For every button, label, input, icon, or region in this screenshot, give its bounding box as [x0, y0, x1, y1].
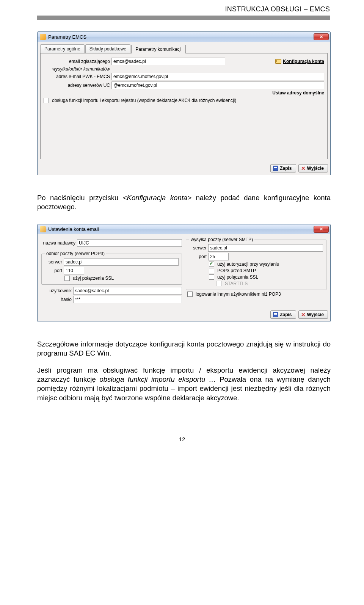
- label-uc: adresy serwerów UC: [44, 83, 110, 88]
- label-pop3-serwer: serwer: [45, 259, 62, 265]
- konfiguracja-konta-label: Konfiguracja konta: [283, 59, 324, 64]
- zapis-label-2: Zapis: [280, 312, 292, 317]
- close-button[interactable]: ✕: [314, 33, 329, 40]
- label-smtp-serwer: serwer: [189, 245, 207, 251]
- input-nazwa-nadawcy[interactable]: [77, 239, 182, 247]
- wyjscie-label: Wyjście: [307, 166, 324, 171]
- wyjscie-button-2[interactable]: ✕ Wyjście: [298, 310, 328, 319]
- page-number: 12: [0, 425, 364, 442]
- label-pop3-ssl: użyj połączenia SSL: [73, 276, 114, 281]
- checkbox-auth-send[interactable]: [209, 262, 214, 267]
- save-icon: [273, 312, 278, 317]
- page-header: INSTRUKCJA OBSŁUGI – EMCS: [0, 0, 364, 16]
- label-uzytkownik: użytkownik: [41, 288, 72, 293]
- tab-parametry-ogolne[interactable]: Parametry ogólne: [40, 44, 85, 53]
- group-smtp: wysyłka poczty (serwer SMTP): [189, 237, 254, 242]
- input-email[interactable]: [111, 58, 225, 65]
- label-pop3-port: port: [45, 268, 62, 273]
- label-other-login: logowanie innym użytkownikiem niż POP3: [196, 292, 281, 297]
- header-rule: [37, 16, 330, 20]
- checkbox-import-eksport-label: obsługa funkcji importu i eksportu rejes…: [52, 98, 236, 103]
- zapis-button-2[interactable]: Zapis: [270, 310, 296, 319]
- tab-panel: email zgłaszającego Konfiguracja konta w…: [40, 53, 328, 159]
- tab-sklady-podatkowe[interactable]: Składy podatkowe: [85, 44, 130, 53]
- checkbox-import-eksport[interactable]: [44, 98, 49, 103]
- paragraph-1: Po naciśnięciu przycisku <Konfiguracja k…: [37, 193, 331, 212]
- dialog-parametry-emcs: Parametry EMCS ✕ Parametry ogólne Składy…: [37, 31, 331, 175]
- mail-config-icon: [275, 59, 281, 64]
- input-smtp-port[interactable]: [208, 253, 229, 260]
- window-title-2: Ustawienia konta email: [48, 226, 314, 232]
- wyjscie-label-2: Wyjście: [307, 312, 324, 317]
- input-pwk[interactable]: [111, 73, 324, 80]
- close-icon: ✕: [301, 312, 306, 317]
- input-uc[interactable]: [111, 82, 324, 89]
- input-haslo[interactable]: [73, 296, 182, 303]
- label-nazwa-nadawcy: nazwa nadawcy: [41, 240, 75, 246]
- titlebar: Parametry EMCS ✕: [38, 32, 330, 42]
- label-smtp-ssl: użyj połączenia SSL: [217, 274, 258, 280]
- titlebar-2: Ustawienia konta email ✕: [38, 224, 330, 234]
- label-pwk: adres e-mail PWK - EMCS: [44, 74, 110, 79]
- checkbox-pop3-ssl[interactable]: [64, 276, 70, 281]
- input-uzytkownik[interactable]: [73, 287, 182, 295]
- label-wysylka-odbior: wysyłka/odbiór komunikatów: [44, 66, 110, 72]
- checkbox-pop3-przed-smtp[interactable]: [209, 268, 214, 273]
- konfiguracja-konta-link[interactable]: Konfiguracja konta: [275, 59, 324, 64]
- checkbox-starttls: [217, 281, 222, 286]
- save-icon: [273, 166, 278, 171]
- ustaw-adresy-domyslne-link[interactable]: Ustaw adresy domyślne: [272, 90, 324, 96]
- checkbox-other-login[interactable]: [187, 292, 193, 297]
- label-haslo: hasło: [41, 297, 72, 302]
- app-icon: [40, 226, 46, 232]
- paragraph-2: Szczegółowe informacje dotyczące konfigu…: [37, 340, 331, 358]
- label-smtp-port: port: [189, 254, 207, 259]
- paragraph-3: Jeśli program ma obsługiwać funkcję impo…: [37, 366, 331, 403]
- checkbox-smtp-ssl[interactable]: [209, 274, 214, 280]
- label-auth-send: użyj autoryzacji przy wysyłaniu: [217, 262, 279, 267]
- close-button-2[interactable]: ✕: [314, 226, 329, 233]
- label-email: email zgłaszającego: [44, 59, 110, 64]
- wyjscie-button[interactable]: ✕ Wyjście: [298, 164, 328, 172]
- dialog-ustawienia-konta-email: Ustawienia konta email ✕ nazwa nadawcy o…: [37, 224, 331, 321]
- zapis-button[interactable]: Zapis: [270, 164, 296, 172]
- input-pop3-serwer[interactable]: [64, 258, 179, 266]
- input-pop3-port[interactable]: [64, 267, 84, 274]
- tab-parametry-komunikacji[interactable]: Parametry komunikacji: [131, 45, 185, 53]
- group-pop3: odbiór poczty (serwer POP3): [45, 251, 106, 256]
- label-pop3-przed-smtp: POP3 przed SMTP: [217, 268, 256, 273]
- close-icon: ✕: [301, 166, 306, 171]
- input-smtp-serwer[interactable]: [208, 244, 323, 252]
- zapis-label: Zapis: [280, 166, 292, 171]
- app-icon: [40, 34, 46, 40]
- window-title: Parametry EMCS: [48, 34, 314, 40]
- label-starttls: STARTTLS: [225, 281, 248, 286]
